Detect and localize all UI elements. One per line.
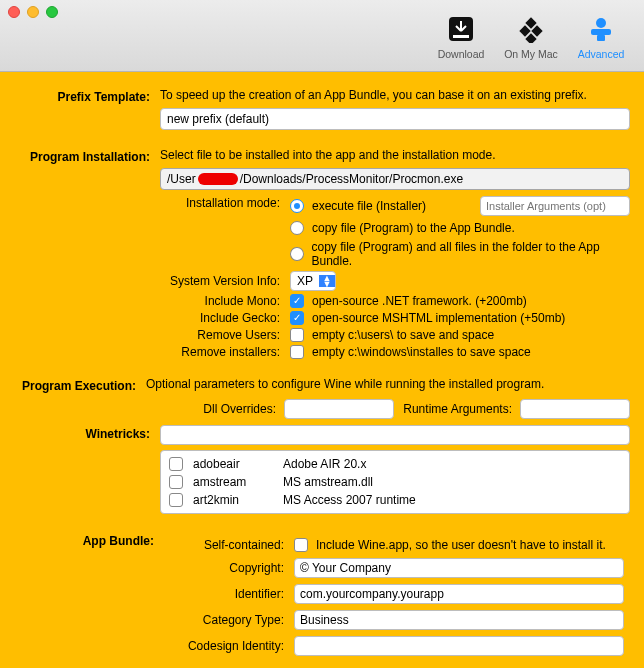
install-path-post: /Downloads/ProcessMonitor/Procmon.exe [240, 172, 463, 186]
copyright-input[interactable] [294, 558, 624, 578]
category-input[interactable] [294, 610, 624, 630]
gecko-text: open-source MSHTML implementation (+50mb… [312, 311, 565, 325]
rmusers-label: Remove Users: [160, 328, 290, 342]
prefix-intro: To speed up the creation of an App Bundl… [160, 88, 630, 102]
mono-checkbox[interactable] [290, 294, 304, 308]
content-panel: Prefix Template: To speed up the creatio… [0, 72, 644, 668]
wt-checkbox[interactable] [169, 457, 183, 471]
radio-copy-folder-label: copy file (Program) and all files in the… [312, 240, 631, 268]
identifier-input[interactable] [294, 584, 624, 604]
prefix-label: Prefix Template: [14, 88, 160, 130]
advanced-icon [566, 12, 636, 46]
sysver-value: XP [291, 274, 319, 288]
installer-args-input[interactable] [480, 196, 630, 216]
winetricks-label: Winetricks: [14, 425, 160, 514]
cat-label: Category Type: [164, 613, 294, 627]
section-winetricks: Winetricks: adobeair Adobe AIR 20.x amst… [14, 425, 630, 514]
codesign-input[interactable] [294, 636, 624, 656]
exec-label: Program Execution: [14, 377, 146, 419]
wt-desc: Adobe AIR 20.x [283, 457, 366, 471]
install-label: Program Installation: [14, 148, 160, 359]
toolbar-download[interactable]: Download [426, 8, 496, 60]
toolbar-download-label: Download [426, 48, 496, 60]
section-prefix: Prefix Template: To speed up the creatio… [14, 88, 630, 130]
radio-execute-label: execute file (Installer) [312, 199, 472, 213]
gecko-checkbox[interactable] [290, 311, 304, 325]
copy-label: Copyright: [164, 561, 294, 575]
toolbar-advanced-label: Advanced [566, 48, 636, 60]
section-exec: Program Execution: Optional parameters t… [14, 377, 630, 419]
winetricks-list: adobeair Adobe AIR 20.x amstream MS amst… [160, 450, 630, 514]
radio-copy-file-label: copy file (Program) to the App Bundle. [312, 221, 515, 235]
rminst-text: empty c:\windows\installes to save space [312, 345, 531, 359]
svg-rect-7 [591, 29, 611, 35]
install-mode-label: Installation mode: [160, 196, 290, 210]
id-label: Identifier: [164, 587, 294, 601]
radio-execute[interactable] [290, 199, 304, 213]
gecko-label: Include Gecko: [160, 311, 290, 325]
wt-desc: MS Access 2007 runtime [283, 493, 416, 507]
bundle-label: App Bundle: [14, 532, 164, 656]
exec-intro: Optional parameters to configure Wine wh… [146, 377, 630, 391]
mac-icon [496, 12, 566, 46]
self-label: Self-contained: [164, 538, 294, 552]
svg-rect-4 [531, 25, 542, 36]
runtime-label: Runtime Arguments: [402, 402, 512, 416]
svg-rect-1 [453, 35, 469, 38]
runtime-input[interactable] [520, 399, 630, 419]
traffic-lights [8, 6, 58, 18]
mono-label: Include Mono: [160, 294, 290, 308]
svg-point-6 [596, 18, 606, 28]
toolbar-onmymac-label: On My Mac [496, 48, 566, 60]
wt-desc: MS amstream.dll [283, 475, 373, 489]
radio-copy-folder[interactable] [290, 247, 304, 261]
sysver-label: System Version Info: [160, 274, 290, 288]
rmusers-text: empty c:\users\ to save and space [312, 328, 494, 342]
chevron-updown-icon: ▲▼ [319, 275, 335, 287]
toolbar-advanced[interactable]: Advanced [566, 8, 636, 60]
self-text: Include Wine.app, so the user doesn't ha… [316, 538, 606, 552]
dll-input[interactable] [284, 399, 394, 419]
svg-rect-5 [525, 33, 536, 43]
wt-checkbox[interactable] [169, 475, 183, 489]
install-path-field[interactable]: /User /Downloads/ProcessMonitor/Procmon.… [160, 168, 630, 190]
prefix-select[interactable] [160, 108, 630, 130]
zoom-icon[interactable] [46, 6, 58, 18]
codesign-label: Codesign Identity: [164, 639, 294, 653]
toolbar: Download On My Mac Advanced [426, 8, 636, 60]
wt-key: art2kmin [193, 493, 273, 507]
wt-key: adobeair [193, 457, 273, 471]
svg-rect-8 [597, 35, 605, 41]
winetricks-search[interactable] [160, 425, 630, 445]
dll-label: Dll Overrides: [146, 402, 276, 416]
svg-rect-3 [519, 25, 530, 36]
section-install: Program Installation: Select file to be … [14, 148, 630, 359]
rmusers-checkbox[interactable] [290, 328, 304, 342]
section-bundle: App Bundle: Self-contained: Include Wine… [14, 532, 630, 656]
download-icon [426, 12, 496, 46]
wt-checkbox[interactable] [169, 493, 183, 507]
svg-rect-2 [525, 17, 536, 28]
toolbar-onmymac[interactable]: On My Mac [496, 8, 566, 60]
minimize-icon[interactable] [27, 6, 39, 18]
mono-text: open-source .NET framework. (+200mb) [312, 294, 527, 308]
self-checkbox[interactable] [294, 538, 308, 552]
titlebar: Download On My Mac Advanced [0, 0, 644, 72]
close-icon[interactable] [8, 6, 20, 18]
install-path-pre: /User [167, 172, 196, 186]
radio-copy-file[interactable] [290, 221, 304, 235]
sysver-select[interactable]: XP ▲▼ [290, 271, 336, 291]
rminst-label: Remove installers: [160, 345, 290, 359]
wt-key: amstream [193, 475, 273, 489]
redacted-icon [198, 173, 238, 185]
install-intro: Select file to be installed into the app… [160, 148, 630, 162]
list-item[interactable]: amstream MS amstream.dll [161, 473, 629, 491]
list-item[interactable]: art2kmin MS Access 2007 runtime [161, 491, 629, 509]
rminst-checkbox[interactable] [290, 345, 304, 359]
list-item[interactable]: adobeair Adobe AIR 20.x [161, 455, 629, 473]
